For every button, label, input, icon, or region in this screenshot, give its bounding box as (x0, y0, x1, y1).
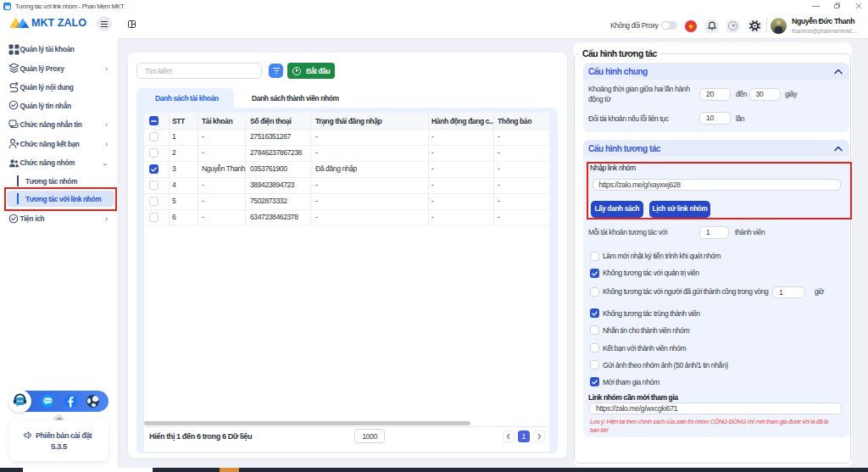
svg-text:Zalo: Zalo (44, 398, 52, 403)
